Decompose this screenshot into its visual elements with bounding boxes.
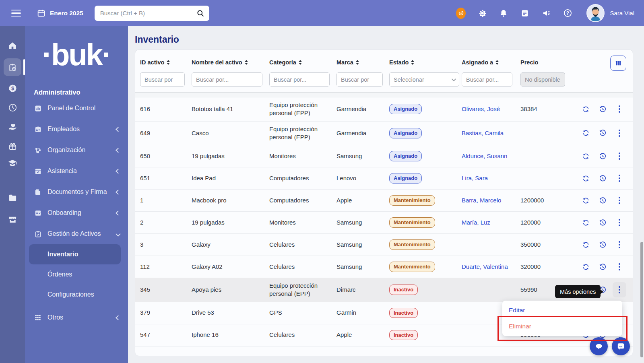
rail-files-icon[interactable]	[4, 189, 21, 206]
hamburger-menu-icon[interactable]	[11, 10, 21, 17]
sync-button[interactable]	[579, 101, 592, 117]
status-badge: Mantenimiento	[389, 239, 435, 250]
rail-payroll-icon[interactable]: $	[4, 79, 21, 97]
chevron-left-icon	[116, 315, 121, 320]
sync-button[interactable]	[579, 171, 592, 186]
user-avatar[interactable]	[586, 4, 605, 22]
sync-button[interactable]	[579, 148, 592, 164]
kebab-icon	[619, 263, 620, 270]
kebab-icon	[619, 197, 620, 204]
assignee-link[interactable]: Aldunce, Susann	[462, 153, 507, 159]
sort-icon[interactable]	[167, 60, 170, 65]
assignee-link[interactable]: Barra, Marcelo	[462, 197, 501, 204]
rail-asset-management-icon[interactable]	[4, 58, 21, 76]
assistant-icon[interactable]	[456, 8, 466, 18]
announcements-megaphone-icon[interactable]	[541, 8, 551, 18]
search-icon[interactable]	[196, 9, 204, 17]
column-settings-button[interactable]	[610, 56, 626, 71]
sidebar-subitem-ordenes[interactable]: Órdenes	[29, 264, 121, 285]
history-button[interactable]	[596, 237, 609, 252]
rail-benefits-icon[interactable]	[4, 118, 21, 136]
kebab-icon	[619, 241, 620, 248]
help-icon[interactable]: ?	[563, 8, 572, 18]
news-document-icon[interactable]	[520, 8, 530, 18]
period-selector[interactable]: Enero 2025	[36, 8, 83, 18]
more-options-button[interactable]	[613, 126, 626, 141]
sidebar-item-organizacion[interactable]: Organización	[25, 140, 128, 161]
sidebar-item-empleados[interactable]: Empleados	[25, 119, 128, 140]
more-options-button[interactable]	[613, 237, 626, 252]
history-button[interactable]	[596, 193, 609, 208]
history-button[interactable]	[596, 215, 609, 230]
context-menu-edit[interactable]: Editar	[502, 302, 622, 318]
filter-asignado-input[interactable]	[462, 72, 512, 87]
search-input[interactable]	[100, 10, 196, 16]
table-row[interactable]: 3 Galaxy Celulares Samsung Mantenimiento…	[135, 234, 633, 256]
filter-categoria-input[interactable]	[269, 72, 330, 87]
status-badge: Asignado	[389, 151, 422, 161]
rail-training-icon[interactable]	[4, 154, 21, 172]
table-row[interactable]: 1 Macbook pro Computadores Apple Manteni…	[135, 190, 633, 212]
sidebar-subitem-inventario[interactable]: Inventario	[29, 244, 121, 264]
chevron-left-icon	[116, 127, 121, 132]
table-row[interactable]: 651 Idea Pad Computadores Lenovo Asignad…	[135, 167, 633, 190]
sync-button[interactable]	[579, 237, 592, 252]
sidebar-item-asistencia[interactable]: Asistencia	[25, 161, 128, 182]
sidebar-item-documentos-y-firma[interactable]: Documentos y Firma	[25, 182, 128, 202]
rail-time-icon[interactable]	[4, 99, 21, 116]
filter-estado-select[interactable]: Seleccionar	[389, 72, 459, 87]
table-row[interactable]: 650 19 pulgadas Monitores Samsung Asigna…	[135, 145, 633, 167]
cell-categoria: Monitores	[269, 215, 336, 230]
history-button[interactable]	[596, 259, 609, 274]
history-button[interactable]	[596, 126, 609, 141]
more-options-button[interactable]	[613, 101, 626, 117]
messenger-button[interactable]	[612, 337, 630, 355]
cell-categoria: Celulares	[269, 259, 336, 274]
sync-button[interactable]	[579, 215, 592, 230]
more-options-button[interactable]	[613, 193, 626, 208]
history-button[interactable]	[596, 171, 609, 186]
sort-icon[interactable]	[356, 60, 359, 65]
cell-id: 112	[140, 259, 192, 274]
assignee-link[interactable]: Duarte, Valentina	[462, 263, 508, 270]
chat-widget-button[interactable]	[590, 337, 608, 355]
sync-button[interactable]	[579, 126, 592, 141]
sidebar-item-gestion-de-activos[interactable]: Gestión de Activos	[25, 223, 128, 244]
notifications-bell-icon[interactable]	[499, 8, 508, 18]
table-row[interactable]: 616 Bototos talla 41 Equipo protección p…	[135, 97, 633, 122]
more-options-button[interactable]	[613, 148, 626, 164]
settings-gear-icon[interactable]	[477, 8, 487, 18]
sort-icon[interactable]	[495, 60, 499, 65]
rail-home-icon[interactable]	[4, 37, 21, 54]
filter-nombre-input[interactable]	[192, 72, 262, 87]
more-options-button[interactable]	[613, 259, 626, 274]
more-options-button[interactable]	[613, 282, 626, 297]
sidebar-item-otros[interactable]: Otros	[25, 307, 128, 328]
filter-marca-input[interactable]	[336, 72, 383, 87]
context-menu-delete[interactable]: Eliminar	[502, 318, 622, 334]
table-row[interactable]: 2 19 pulgadas Monitores Samsung Mantenim…	[135, 212, 633, 234]
sort-icon[interactable]	[245, 60, 248, 65]
assignee-link[interactable]: María, Luz	[462, 219, 490, 226]
history-button[interactable]	[596, 101, 609, 117]
sidebar-subitem-configuraciones[interactable]: Configuraciones	[29, 285, 121, 305]
table-row[interactable]: 649 Casco Equipo protección personal (EP…	[135, 122, 633, 146]
sidebar-item-onboarding[interactable]: Onboarding	[25, 202, 128, 223]
sync-button[interactable]	[579, 259, 592, 274]
vertical-scrollbar-thumb[interactable]	[640, 242, 643, 357]
table-row[interactable]: 112 Galaxy A02 Celulares Samsung Manteni…	[135, 256, 633, 278]
sync-button[interactable]	[579, 193, 592, 208]
rail-gift-icon[interactable]	[4, 137, 21, 155]
table-filters: Seleccionar	[135, 68, 633, 92]
sort-icon[interactable]	[299, 60, 302, 65]
more-options-button[interactable]	[613, 171, 626, 186]
assignee-link[interactable]: Lira, Sara	[462, 175, 488, 182]
history-button[interactable]	[596, 148, 609, 164]
assignee-link[interactable]: Bastias, Camila	[462, 130, 504, 136]
more-options-button[interactable]	[613, 215, 626, 230]
assignee-link[interactable]: Olivares, José	[462, 105, 500, 112]
rail-marketplace-icon[interactable]	[4, 210, 21, 228]
filter-id-input[interactable]	[140, 72, 185, 87]
sidebar-item-panel-de-control[interactable]: Panel de Control	[25, 98, 128, 119]
sort-icon[interactable]	[411, 60, 414, 65]
